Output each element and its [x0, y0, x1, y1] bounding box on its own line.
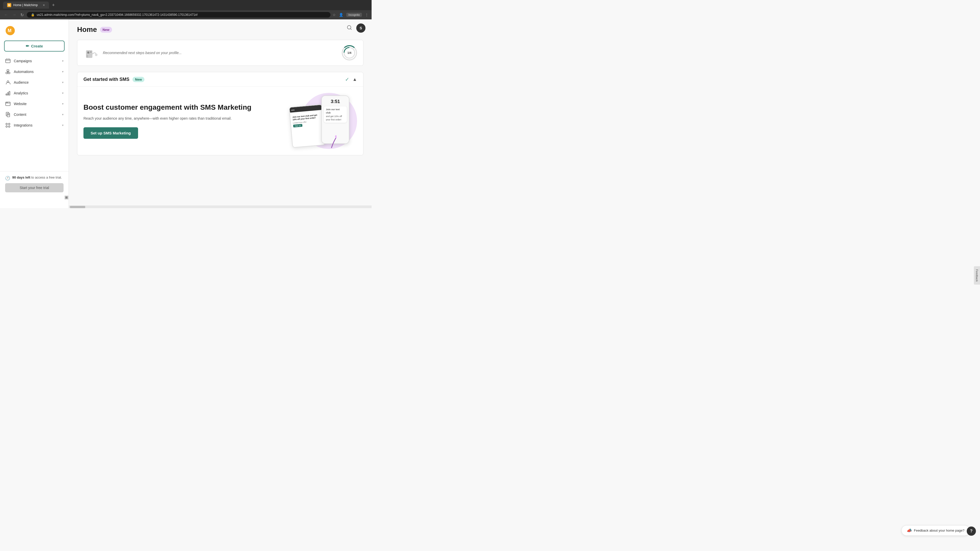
sms-check-icon: ✓ — [345, 76, 349, 83]
page-header: Home New — [77, 25, 363, 34]
sms-title-row: Get started with SMS New — [83, 77, 145, 82]
address-bar[interactable]: 🔒 us21.admin.mailchimp.com/?ref=plums_na… — [27, 12, 331, 17]
audience-label: Audience — [14, 80, 59, 84]
nav-content[interactable]: Content ▾ — [0, 109, 68, 120]
svg-point-19 — [347, 25, 351, 29]
sidebar: M ✏ Create Campaigns ▾ Automations ▾ — [0, 19, 69, 208]
sms-chevron-up-icon[interactable]: ▲ — [352, 77, 357, 82]
automations-label: Automations — [14, 70, 59, 74]
reload-button[interactable]: ↻ — [19, 11, 25, 18]
sms-subtext: Reach your audience any time, anywhere—w… — [83, 116, 283, 121]
top-bar: S — [340, 19, 372, 37]
address-bar-row: ← → ↻ 🔒 us21.admin.mailchimp.com/?ref=pl… — [0, 10, 372, 19]
phone-notification: Join our text club and get 10% off your … — [324, 106, 347, 123]
campaigns-icon — [5, 58, 11, 64]
svg-point-12 — [7, 102, 8, 103]
website-icon — [5, 101, 11, 106]
collapse-icon: ▣ — [64, 194, 68, 200]
svg-rect-5 — [8, 72, 10, 74]
main-content: S Home New — [69, 19, 372, 208]
setup-sms-button[interactable]: Set up SMS Marketing — [83, 127, 138, 139]
create-button[interactable]: ✏ Create — [4, 41, 65, 52]
svg-rect-2 — [6, 59, 10, 63]
nav-automations[interactable]: Automations ▾ — [0, 66, 68, 77]
tab-close-icon[interactable]: × — [43, 3, 45, 7]
svg-rect-3 — [7, 70, 9, 71]
campaigns-label: Campaigns — [14, 59, 59, 63]
svg-rect-4 — [6, 72, 8, 74]
svg-point-18 — [8, 126, 10, 127]
audience-chevron: ▾ — [62, 81, 64, 84]
menu-icon[interactable]: ⋮ — [365, 13, 369, 17]
collapse-sidebar-button[interactable]: ▣ — [10, 194, 68, 200]
svg-rect-22 — [90, 52, 91, 52]
steps-illustration — [83, 45, 99, 60]
sidebar-footer: 🕐 90 days left to access a free trial. S… — [0, 171, 68, 204]
automations-chevron: ▾ — [62, 70, 64, 73]
nav-audience[interactable]: Audience ▾ — [0, 77, 68, 88]
audience-icon — [5, 79, 11, 85]
svg-rect-10 — [6, 102, 10, 106]
tablet-mockup: ●●● Join our text club and get 10% off y… — [289, 104, 325, 148]
svg-point-17 — [6, 126, 7, 127]
back-button[interactable]: ← — [3, 11, 9, 18]
svg-rect-21 — [87, 52, 89, 54]
horizontal-scrollbar[interactable] — [69, 206, 372, 208]
browser-actions: ☆ 👤 Incognito ⋮ — [332, 13, 369, 17]
sms-title: Get started with SMS — [83, 77, 129, 82]
phone-notif-title: Join our text club — [326, 108, 345, 114]
integrations-label: Integrations — [14, 123, 59, 127]
new-tab-button[interactable]: + — [52, 3, 55, 8]
svg-point-23 — [95, 54, 97, 56]
nav-website[interactable]: Website ▾ — [0, 98, 68, 109]
recommended-text: Recommended next steps based on your pro… — [103, 51, 338, 55]
sms-new-badge: New — [132, 77, 145, 82]
page-content: Home New Recommended next steps b — [69, 19, 372, 162]
analytics-chevron: ▾ — [62, 91, 64, 95]
sms-image-side: ●●● Join our text club and get 10% off y… — [291, 93, 357, 149]
forward-button[interactable]: → — [11, 11, 18, 18]
svg-point-16 — [8, 123, 10, 125]
svg-point-11 — [6, 102, 7, 103]
svg-rect-7 — [6, 94, 7, 95]
sms-body: Boost customer engagement with SMS Marke… — [77, 87, 363, 155]
sidebar-logo[interactable]: M — [0, 24, 68, 41]
trial-days: 90 days left — [12, 176, 30, 179]
bookmark-icon[interactable]: ☆ — [332, 13, 336, 17]
profile-icon[interactable]: 👤 — [339, 13, 343, 17]
nav-analytics[interactable]: Analytics ▾ — [0, 88, 68, 98]
sms-section: Get started with SMS New ✓ ▲ Boost custo… — [77, 72, 363, 156]
integrations-icon — [5, 122, 11, 128]
search-button[interactable] — [347, 25, 352, 32]
analytics-icon — [5, 90, 11, 96]
lock-icon: 🔒 — [31, 13, 35, 17]
browser-frame: M Home | Mailchimp × + — [0, 0, 372, 10]
integrations-chevron: ▾ — [62, 124, 64, 127]
browser-tab[interactable]: M Home | Mailchimp × — [3, 2, 49, 9]
phone-time: 3:51 — [324, 98, 347, 106]
sms-header: Get started with SMS New ✓ ▲ — [77, 72, 363, 87]
free-trial-button[interactable]: Start your free trial — [5, 183, 64, 192]
phone-notif-text: and get 10% off your first order! — [326, 115, 345, 121]
incognito-badge: Incognito — [346, 13, 362, 17]
svg-rect-8 — [7, 93, 8, 95]
campaigns-chevron: ▾ — [62, 59, 64, 63]
automations-icon — [5, 69, 11, 75]
content-chevron: ▾ — [62, 113, 64, 116]
url-text: us21.admin.mailchimp.com/?ref=plums_nav&… — [37, 13, 326, 17]
trial-text: to access a free trial. — [31, 176, 62, 179]
svg-text:M: M — [8, 28, 11, 33]
svg-point-15 — [6, 123, 7, 125]
website-label: Website — [14, 102, 59, 106]
content-icon — [5, 112, 11, 118]
nav-integrations[interactable]: Integrations ▾ — [0, 120, 68, 130]
nav-campaigns[interactable]: Campaigns ▾ — [0, 56, 68, 66]
user-avatar[interactable]: S — [356, 24, 366, 33]
svg-rect-9 — [9, 91, 10, 95]
clock-icon: 🕐 — [5, 176, 10, 181]
svg-rect-24 — [86, 55, 88, 57]
pencil-icon: ✏ — [26, 44, 29, 48]
trial-info: 🕐 90 days left to access a free trial. — [5, 176, 64, 181]
sms-text-side: Boost customer engagement with SMS Marke… — [83, 103, 283, 139]
content-label: Content — [14, 113, 59, 117]
